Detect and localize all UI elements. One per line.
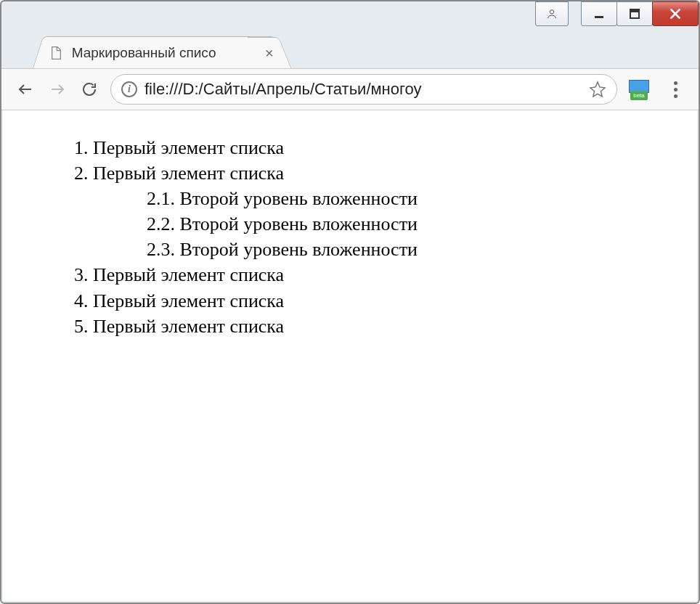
list-item: 2.3. Второй уровень вложенности [39, 237, 661, 262]
arrow-right-icon [49, 81, 66, 98]
minimize-button[interactable] [581, 1, 617, 26]
url-text: file:///D:/Сайты/Апрель/Статьи/многоу [145, 80, 582, 99]
info-letter: i [128, 83, 131, 95]
svg-rect-3 [630, 9, 639, 12]
back-button[interactable] [15, 78, 36, 100]
reload-icon [81, 81, 98, 98]
bookmark-star-icon[interactable] [589, 81, 606, 98]
list-item: 2.2. Второй уровень вложенности [39, 211, 661, 237]
browser-tab[interactable]: Маркированный списо × [33, 36, 275, 68]
maximize-button[interactable] [616, 1, 653, 26]
list-item: 5. Первый элемент списка [39, 314, 661, 339]
dot-icon [674, 94, 677, 98]
maximize-icon [629, 8, 640, 20]
svg-point-0 [550, 10, 553, 14]
tab-title: Маркированный списо [72, 45, 216, 61]
list-item: 2.1. Второй уровень вложенности [39, 186, 661, 211]
reload-button[interactable] [78, 78, 100, 100]
user-icon [546, 8, 558, 20]
document-icon [49, 46, 63, 60]
window-controls [536, 1, 699, 26]
browser-window: Маркированный списо × i [0, 0, 700, 604]
address-bar[interactable]: i file:///D:/Сайты/Апрель/Статьи/многоу [110, 74, 617, 105]
list-item: 2. Первый элемент списка [39, 160, 661, 186]
close-icon: × [264, 46, 274, 60]
extension-button[interactable]: beta [627, 80, 651, 99]
close-button[interactable] [652, 1, 699, 26]
list-item: 3. Первый элемент списка [39, 262, 661, 287]
extension-badge: beta [630, 91, 648, 100]
menu-button[interactable] [665, 79, 685, 99]
svg-rect-1 [595, 16, 603, 18]
forward-button[interactable] [46, 78, 68, 100]
dot-icon [674, 88, 677, 91]
page-content: 1. Первый элемент списка 2. Первый элеме… [3, 110, 697, 601]
site-info-icon[interactable]: i [121, 81, 137, 97]
dot-icon [674, 81, 677, 85]
tab-strip: Маркированный списо × [1, 33, 699, 68]
minimize-icon [593, 8, 605, 20]
close-icon [669, 7, 682, 20]
list-item: 4. Первый элемент списка [39, 288, 661, 314]
browser-toolbar: i file:///D:/Сайты/Апрель/Статьи/многоу … [1, 68, 699, 110]
list-item: 1. Первый элемент списка [39, 135, 661, 160]
tab-close-button[interactable]: × [247, 37, 291, 68]
arrow-left-icon [17, 81, 34, 98]
user-button[interactable] [535, 1, 569, 26]
